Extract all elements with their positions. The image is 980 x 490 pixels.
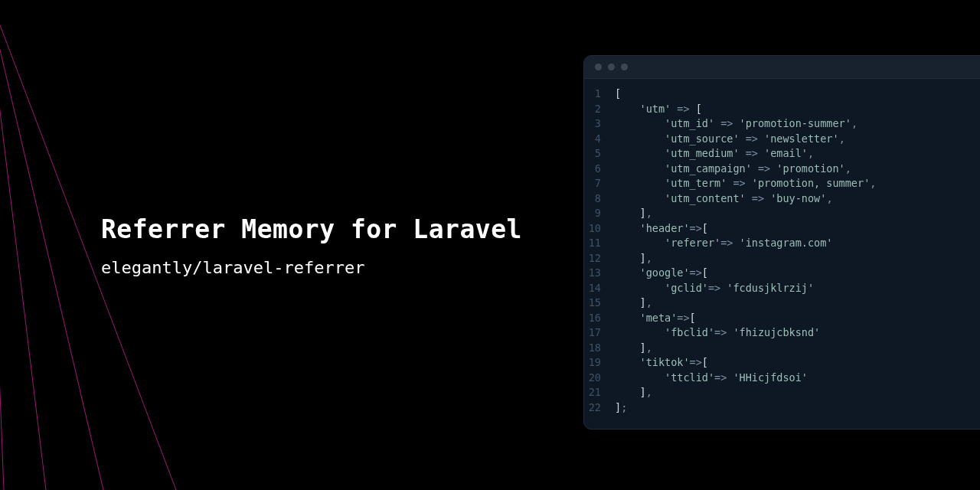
line-number: 14 bbox=[584, 281, 615, 296]
line-number: 21 bbox=[584, 385, 615, 400]
line-number: 12 bbox=[584, 251, 615, 266]
code-line: 16 'meta'=>[ bbox=[584, 311, 980, 326]
window-titlebar bbox=[584, 56, 980, 79]
code-content: 'utm' => [ bbox=[615, 102, 702, 117]
code-block: 1[2 'utm' => [3 'utm_id' => 'promotion-s… bbox=[584, 79, 980, 429]
package-name: elegantly/laravel-referrer bbox=[101, 258, 522, 277]
code-line: 15 ], bbox=[584, 296, 980, 311]
code-content: 'utm_source' => 'newsletter', bbox=[615, 132, 845, 147]
code-content: 'tiktok'=>[ bbox=[615, 355, 708, 371]
line-number: 6 bbox=[584, 162, 615, 177]
code-content: 'meta'=>[ bbox=[615, 311, 696, 326]
hero-text: Referrer Memory for Laravel elegantly/la… bbox=[101, 214, 522, 277]
code-content: 'utm_campaign' => 'promotion', bbox=[615, 162, 851, 177]
line-number: 2 bbox=[584, 102, 615, 117]
code-line: 18 ], bbox=[584, 341, 980, 356]
code-line: 22]; bbox=[584, 400, 980, 416]
line-number: 16 bbox=[584, 311, 615, 326]
code-content: [ bbox=[615, 87, 621, 102]
code-line: 7 'utm_term' => 'promotion, summer', bbox=[584, 176, 980, 191]
code-content: 'header'=>[ bbox=[615, 221, 708, 237]
code-content: 'utm_id' => 'promotion-summer', bbox=[615, 116, 858, 132]
code-line: 21 ], bbox=[584, 385, 980, 400]
code-line: 19 'tiktok'=>[ bbox=[584, 355, 980, 371]
traffic-light-zoom-icon bbox=[621, 64, 628, 70]
code-line: 1[ bbox=[584, 87, 980, 102]
line-number: 17 bbox=[584, 325, 615, 341]
line-number: 11 bbox=[584, 236, 615, 251]
svg-line-2 bbox=[0, 0, 46, 490]
code-line: 4 'utm_source' => 'newsletter', bbox=[584, 132, 980, 147]
line-number: 20 bbox=[584, 371, 615, 386]
line-number: 19 bbox=[584, 355, 615, 371]
svg-line-3 bbox=[0, 8, 4, 490]
code-line: 20 'ttclid'=> 'HHicjfdsoi' bbox=[584, 371, 980, 386]
line-number: 1 bbox=[584, 87, 615, 102]
code-line: 17 'fbclid'=> 'fhizujcbksnd' bbox=[584, 325, 980, 341]
code-line: 13 'google'=>[ bbox=[584, 266, 980, 281]
code-line: 9 ], bbox=[584, 206, 980, 221]
code-line: 12 ], bbox=[584, 251, 980, 266]
line-number: 9 bbox=[584, 206, 615, 221]
code-content: 'fbclid'=> 'fhizujcbksnd' bbox=[615, 325, 820, 341]
code-content: ], bbox=[615, 385, 652, 400]
code-content: ], bbox=[615, 206, 652, 221]
code-content: ]; bbox=[615, 400, 627, 416]
line-number: 10 bbox=[584, 221, 615, 237]
line-number: 22 bbox=[584, 400, 615, 416]
code-line: 10 'header'=>[ bbox=[584, 221, 980, 237]
code-line: 11 'referer'=> 'instagram.com' bbox=[584, 236, 980, 251]
code-line: 3 'utm_id' => 'promotion-summer', bbox=[584, 116, 980, 132]
line-number: 5 bbox=[584, 146, 615, 162]
line-number: 8 bbox=[584, 191, 615, 207]
line-number: 4 bbox=[584, 132, 615, 147]
code-content: 'ttclid'=> 'HHicjfdsoi' bbox=[615, 371, 808, 386]
code-line: 5 'utm_medium' => 'email', bbox=[584, 146, 980, 162]
traffic-light-close-icon bbox=[595, 64, 602, 70]
code-content: 'utm_medium' => 'email', bbox=[615, 146, 814, 162]
code-content: 'utm_term' => 'promotion, summer', bbox=[615, 176, 876, 191]
line-number: 18 bbox=[584, 341, 615, 356]
code-line: 2 'utm' => [ bbox=[584, 102, 980, 117]
code-line: 6 'utm_campaign' => 'promotion', bbox=[584, 162, 980, 177]
svg-line-1 bbox=[0, 0, 103, 490]
code-content: ], bbox=[615, 341, 652, 356]
code-content: 'utm_content' => 'buy-now', bbox=[615, 191, 833, 207]
code-window: 1[2 'utm' => [3 'utm_id' => 'promotion-s… bbox=[583, 55, 980, 430]
code-content: ], bbox=[615, 296, 652, 311]
code-content: 'google'=>[ bbox=[615, 266, 708, 281]
traffic-light-minimize-icon bbox=[608, 64, 615, 70]
line-number: 3 bbox=[584, 116, 615, 132]
page-title: Referrer Memory for Laravel bbox=[101, 214, 522, 244]
code-content: 'gclid'=> 'fcdusjklrzij' bbox=[615, 281, 814, 296]
code-line: 8 'utm_content' => 'buy-now', bbox=[584, 191, 980, 207]
code-line: 14 'gclid'=> 'fcdusjklrzij' bbox=[584, 281, 980, 296]
code-content: ], bbox=[615, 251, 652, 266]
line-number: 13 bbox=[584, 266, 615, 281]
line-number: 15 bbox=[584, 296, 615, 311]
code-content: 'referer'=> 'instagram.com' bbox=[615, 236, 833, 251]
line-number: 7 bbox=[584, 176, 615, 191]
